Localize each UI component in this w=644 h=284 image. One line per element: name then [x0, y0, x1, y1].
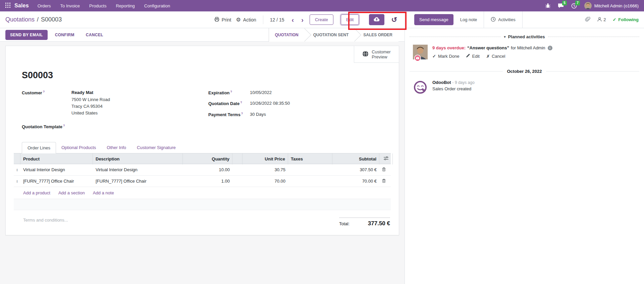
edit-button[interactable]: Edit [341, 14, 359, 25]
tab-other-info[interactable]: Other Info [101, 142, 131, 153]
schedule-activity-button[interactable]: Activities [484, 11, 522, 28]
optional-columns-button[interactable] [379, 153, 393, 164]
expiration-label: Expiration? [208, 90, 250, 95]
table-header-description[interactable]: Description [93, 153, 183, 164]
status-step-quotation[interactable]: QUOTATION [269, 28, 305, 42]
followers-button[interactable]: 2 [597, 17, 606, 23]
help-marker: ? [230, 90, 232, 93]
print-button[interactable]: Print [214, 17, 231, 23]
total-label: Total: [339, 221, 350, 226]
attachments-paperclip-icon[interactable] [585, 16, 590, 23]
menu-reporting[interactable]: Reporting [116, 3, 135, 8]
tab-optional-products[interactable]: Optional Products [56, 142, 101, 153]
pager-next-button[interactable]: › [300, 16, 305, 23]
info-icon[interactable]: i [548, 46, 552, 50]
save-cloud-button[interactable] [369, 14, 384, 25]
unit-price-cell[interactable]: 30.75 [243, 167, 288, 172]
debug-bug-icon[interactable] [545, 3, 550, 8]
customer-label: Customer? [22, 90, 71, 116]
product-cell[interactable]: [FURN_7777] Office Chair [20, 179, 93, 184]
table-row[interactable]: ▴▾ [FURN_7777] Office Chair [FURN_7777] … [14, 176, 391, 187]
status-step-quotation-sent[interactable]: QUOTATION SENT [305, 28, 355, 42]
cancel-button[interactable]: CANCEL [82, 30, 107, 40]
empty-table-row [14, 199, 391, 210]
customer-name[interactable]: Ready Mat [71, 90, 110, 95]
table-header-quantity[interactable]: Quantity [183, 153, 232, 164]
menu-products[interactable]: Products [89, 3, 106, 8]
send-message-button[interactable]: Send message [414, 14, 453, 25]
app-name[interactable]: Sales [14, 3, 29, 9]
table-header-spacer [232, 153, 243, 164]
quantity-cell[interactable]: 10.00 [183, 167, 232, 172]
total-value: 377.50 € [368, 220, 390, 227]
divider [263, 15, 263, 24]
menu-orders[interactable]: Orders [38, 3, 51, 8]
statusbar: SEND BY EMAIL CONFIRM CANCEL QUOTATION Q… [0, 28, 405, 42]
caret-down-icon: ▾ [504, 35, 506, 39]
tab-customer-signature[interactable]: Customer Signature [131, 142, 181, 153]
planned-activities-header[interactable]: ▾Planned activities [405, 32, 644, 43]
terms-placeholder[interactable]: Terms and conditions... [23, 218, 68, 227]
tab-order-lines[interactable]: Order Lines [22, 142, 56, 153]
confirm-button[interactable]: CONFIRM [51, 30, 78, 40]
payment-terms-value: 30 Days [250, 112, 266, 117]
add-a-section-link[interactable]: Add a section [58, 190, 85, 195]
messages-icon[interactable]: 5 [558, 3, 564, 8]
edit-activity-button[interactable]: Edit [466, 54, 479, 59]
cloud-upload-icon [373, 17, 380, 22]
activities-clock-icon[interactable]: 7 [571, 3, 577, 9]
menu-configuration[interactable]: Configuration [144, 3, 170, 8]
table-header-product[interactable]: Product [20, 153, 93, 164]
table-header-taxes[interactable]: Taxes [288, 153, 332, 164]
person-icon [597, 17, 602, 23]
cancel-activity-button[interactable]: ✗Cancel [486, 54, 505, 59]
table-header-subtotal[interactable]: Subtotal [332, 153, 379, 164]
log-note-button[interactable]: Log note [453, 11, 484, 28]
breadcrumb: Quotations / S00003 [5, 16, 214, 23]
description-cell[interactable]: Virtual Interior Design [93, 167, 183, 172]
following-button[interactable]: ✓ Following [612, 17, 639, 22]
sliders-icon [384, 156, 388, 161]
action-button[interactable]: ⚙ Action [236, 16, 256, 23]
table-header-unit-price[interactable]: Unit Price [243, 153, 288, 164]
table-add-links: Add a product Add a section Add a note [14, 187, 391, 199]
message-author[interactable]: OdooBot [432, 80, 451, 85]
date-separator: October 26, 2022 [405, 63, 644, 78]
pager-previous-button[interactable]: ‹ [290, 16, 296, 23]
x-icon: ✗ [486, 54, 490, 59]
envelope-icon [416, 57, 419, 59]
customer-preview-button[interactable]: CustomerPreview [354, 46, 399, 63]
printer-icon [214, 17, 219, 23]
table-header-row: Product Description Quantity Unit Price … [14, 153, 391, 164]
add-a-note-link[interactable]: Add a note [93, 190, 114, 195]
apps-grid-icon[interactable] [5, 3, 10, 9]
send-by-email-button[interactable]: SEND BY EMAIL [5, 30, 48, 40]
unit-price-cell[interactable]: 70.00 [243, 179, 288, 184]
activity-item: 9 days overdue: “Answer questions” for M… [405, 43, 644, 63]
drag-handle-icon[interactable]: ▴▾ [14, 168, 20, 172]
record-title: S00003 [22, 70, 391, 81]
table-row[interactable]: ▴▾ Virtual Interior Design Virtual Inter… [14, 164, 391, 176]
product-cell[interactable]: Virtual Interior Design [20, 167, 93, 172]
user-menu[interactable]: Mitchell Admin (o1666) [584, 2, 639, 9]
messages-badge: 5 [562, 1, 567, 5]
discard-undo-icon[interactable]: ↺ [389, 16, 399, 23]
user-avatar [584, 2, 592, 9]
check-icon: ✓ [612, 17, 616, 22]
status-pipeline: QUOTATION QUOTATION SENT SALES ORDER [269, 28, 398, 42]
delete-line-button[interactable] [379, 167, 393, 173]
delete-line-button[interactable] [379, 179, 393, 184]
drag-handle-icon[interactable]: ▴▾ [14, 180, 20, 183]
description-cell[interactable]: [FURN_7777] Office Chair [93, 179, 183, 184]
quantity-cell[interactable]: 1.00 [183, 179, 232, 184]
topbar: Sales Orders To Invoice Products Reporti… [0, 0, 644, 11]
activity-assignee: for Mitchell Admin [511, 45, 545, 51]
menu-to-invoice[interactable]: To Invoice [60, 3, 80, 8]
create-button[interactable]: Create [310, 14, 333, 25]
mark-done-button[interactable]: ✓Mark Done [432, 54, 459, 59]
add-a-product-link[interactable]: Add a product [23, 190, 50, 195]
breadcrumb-quotations-link[interactable]: Quotations [5, 16, 35, 23]
form-pane: Quotations / S00003 Print ⚙ Action 12 / … [0, 11, 405, 284]
message-time: - 9 days ago [452, 80, 475, 85]
activity-summary: “Answer questions” [467, 45, 509, 51]
